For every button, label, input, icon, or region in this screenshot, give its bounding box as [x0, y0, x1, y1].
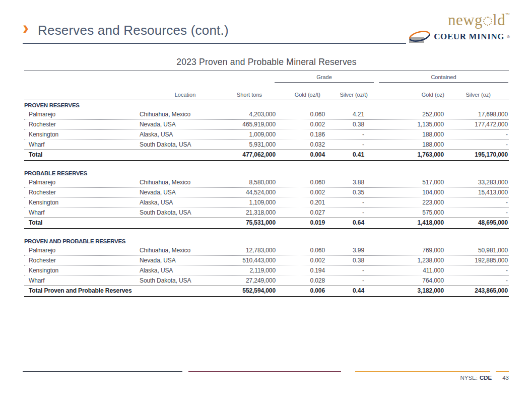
short-tons-cell: 465,919,000 — [232, 120, 280, 129]
column-header-silver-oz: Silver (oz) — [448, 92, 509, 98]
reserves-table: 2023 Proven and Probable Mineral Reserve… — [24, 57, 509, 297]
newgold-logo: newgld™ — [406, 6, 510, 29]
gold-grade-cell: 0.019 — [280, 218, 328, 228]
gold-grade-cell: 0.027 — [280, 208, 328, 218]
short-tons-cell: 27,249,000 — [232, 276, 280, 286]
column-header-row: Location Short tons Gold (oz/t) Silver (… — [24, 86, 509, 100]
silver-oz-cell: - — [448, 198, 509, 208]
silver-oz-cell: 195,170,000 — [448, 150, 509, 160]
short-tons-cell: 75,531,000 — [232, 218, 280, 228]
mine-name-cell: Wharf — [24, 208, 139, 218]
table-sections: PROVEN RESERVESPalmarejoChihuahua, Mexic… — [24, 100, 509, 297]
location-cell — [139, 218, 232, 228]
table-row: PalmarejoChihuahua, Mexico12,783,0000.06… — [24, 246, 509, 256]
short-tons-cell: 12,783,000 — [232, 246, 280, 255]
short-tons-cell: 8,580,000 — [232, 178, 280, 187]
location-cell: South Dakota, USA — [139, 208, 232, 218]
mine-name-cell: Wharf — [24, 140, 139, 150]
silver-oz-cell: 50,981,000 — [448, 246, 509, 255]
section-header: PROVEN AND PROBABLE RESERVES — [24, 236, 509, 246]
silver-grade-cell: 0.35 — [328, 188, 369, 197]
gold-grade-cell: 0.028 — [280, 276, 328, 286]
registered-symbol: ® — [507, 35, 510, 39]
reserves-section: PROVEN RESERVESPalmarejoChihuahua, Mexic… — [24, 100, 509, 161]
silver-grade-cell: 3.88 — [328, 178, 369, 187]
newgold-text-left: newg — [448, 11, 483, 29]
table-row: RochesterNevada, USA510,443,0000.0020.38… — [24, 256, 509, 266]
short-tons-cell: 510,443,000 — [232, 256, 280, 265]
gold-grade-cell: 0.060 — [280, 178, 328, 187]
silver-oz-cell: - — [448, 276, 509, 286]
footer-line-maroon — [188, 371, 341, 372]
location-cell: Chihuahua, Mexico — [139, 178, 232, 187]
page-number: 43 — [502, 375, 509, 381]
silver-grade-cell: - — [328, 208, 369, 218]
short-tons-cell: 44,524,000 — [232, 188, 280, 197]
ticker-symbol: CDE — [480, 375, 492, 381]
location-cell: Alaska, USA — [139, 198, 232, 208]
short-tons-cell: 477,062,000 — [232, 150, 280, 160]
column-header-silver-grade: Silver (oz/t) — [328, 92, 369, 98]
total-row: Total477,062,0000.0040.411,763,000195,17… — [24, 150, 509, 161]
mine-name-cell: Kensington — [24, 130, 139, 140]
silver-grade-cell: 3.99 — [328, 246, 369, 255]
gold-grade-cell: 0.201 — [280, 198, 328, 208]
coeur-mining-wordmark: COEUR MINING — [434, 32, 504, 42]
gold-oz-cell: 188,000 — [369, 140, 448, 150]
gold-oz-cell: 1,135,000 — [369, 120, 448, 129]
gold-oz-cell: 252,000 — [369, 110, 448, 119]
table-row: RochesterNevada, USA44,524,0000.0020.351… — [24, 188, 509, 198]
exchange-label: NYSE: — [460, 375, 478, 381]
group-header-contained: Contained — [379, 74, 508, 83]
location-cell: South Dakota, USA — [139, 276, 232, 286]
location-cell: Chihuahua, Mexico — [139, 110, 232, 119]
silver-oz-cell: 17,698,000 — [448, 110, 509, 119]
newgold-dotted-o-icon — [483, 17, 492, 26]
column-header-location: Location — [139, 92, 232, 98]
silver-oz-cell: - — [448, 140, 509, 150]
silver-grade-cell: - — [328, 198, 369, 208]
location-cell: Nevada, USA — [139, 120, 232, 129]
gold-grade-cell: 0.060 — [280, 110, 328, 119]
reserves-section: PROBABLE RESERVESPalmarejoChihuahua, Mex… — [24, 168, 509, 229]
table-row: PalmarejoChihuahua, Mexico4,203,0000.060… — [24, 110, 509, 120]
short-tons-cell: 2,119,000 — [232, 266, 280, 276]
gold-oz-cell: 764,000 — [369, 276, 448, 286]
location-cell — [139, 286, 232, 296]
silver-grade-cell: 0.44 — [328, 286, 369, 296]
table-row: KensingtonAlaska, USA1,109,0000.201-223,… — [24, 198, 509, 208]
gold-grade-cell: 0.006 — [280, 286, 328, 296]
footer-line-gold — [355, 371, 490, 372]
gold-grade-cell: 0.186 — [280, 130, 328, 140]
silver-oz-cell: 192,885,000 — [448, 256, 509, 265]
short-tons-cell: 552,594,000 — [232, 286, 280, 296]
column-header-short-tons: Short tons — [232, 92, 280, 98]
gold-grade-cell: 0.002 — [280, 120, 328, 129]
gold-grade-cell: 0.002 — [280, 188, 328, 197]
page-title: Reserves and Resources (cont.) — [38, 22, 229, 38]
total-row: Total75,531,0000.0190.641,418,00048,695,… — [24, 218, 509, 229]
table-row: KensingtonAlaska, USA2,119,0000.194-411,… — [24, 266, 509, 276]
group-header-row: Grade Contained — [24, 74, 509, 86]
location-cell: Alaska, USA — [139, 266, 232, 276]
gold-grade-cell: 0.032 — [280, 140, 328, 150]
table-row: PalmarejoChihuahua, Mexico8,580,0000.060… — [24, 178, 509, 188]
short-tons-cell: 1,009,000 — [232, 130, 280, 140]
location-cell: Chihuahua, Mexico — [139, 246, 232, 255]
footer-line-dark — [23, 371, 182, 372]
short-tons-cell: 1,109,000 — [232, 198, 280, 208]
gold-oz-cell: 517,000 — [369, 178, 448, 187]
mine-name-cell: Palmarejo — [24, 178, 139, 187]
slide: › Reserves and Resources (cont.) newgld™… — [0, 0, 532, 411]
gold-oz-cell: 1,418,000 — [369, 218, 448, 228]
silver-grade-cell: 0.38 — [328, 120, 369, 129]
reserves-section: PROVEN AND PROBABLE RESERVESPalmarejoChi… — [24, 236, 509, 297]
location-cell: Alaska, USA — [139, 130, 232, 140]
short-tons-cell: 5,931,000 — [232, 140, 280, 150]
mine-name-cell: Kensington — [24, 266, 139, 276]
gold-oz-cell: 1,763,000 — [369, 150, 448, 160]
silver-oz-cell: 177,472,000 — [448, 120, 509, 129]
gold-oz-cell: 1,238,000 — [369, 256, 448, 265]
silver-oz-cell: - — [448, 266, 509, 276]
column-header-gold-grade: Gold (oz/t) — [280, 92, 328, 98]
